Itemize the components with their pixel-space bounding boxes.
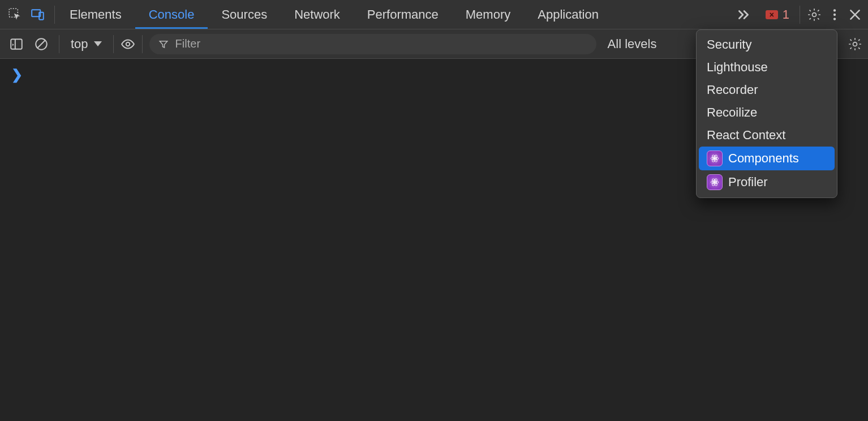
error-count-chip[interactable]: 1	[762, 7, 793, 22]
svg-point-4	[833, 9, 836, 11]
sidebar-toggle-icon[interactable]	[9, 37, 24, 51]
log-levels-select[interactable]: All levels	[602, 37, 663, 51]
device-toolbar-icon[interactable]	[31, 7, 45, 22]
divider	[54, 6, 55, 24]
error-badge-icon	[766, 10, 778, 19]
tab-sources[interactable]: Sources	[208, 0, 281, 29]
tab-label: Performance	[367, 7, 439, 22]
tab-label: Console	[149, 7, 195, 22]
svg-point-3	[813, 12, 817, 16]
menu-item-label: React Context	[707, 128, 785, 143]
tab-application[interactable]: Application	[524, 0, 612, 29]
kebab-menu-icon[interactable]	[827, 7, 842, 22]
tab-label: Elements	[70, 7, 122, 22]
menu-item-label: Recorder	[707, 83, 758, 97]
menu-item-label: Components	[728, 151, 799, 166]
inspect-element-icon[interactable]	[8, 7, 23, 22]
tab-console[interactable]: Console	[135, 0, 208, 29]
menu-item-profiler[interactable]: Profiler	[699, 170, 835, 194]
execution-context-select[interactable]: top	[66, 37, 106, 51]
menu-item-lighthouse[interactable]: Lighthouse	[699, 56, 835, 79]
svg-point-10	[853, 42, 857, 46]
chevron-double-right-icon	[736, 7, 751, 22]
svg-point-11	[714, 158, 716, 160]
tab-memory[interactable]: Memory	[452, 0, 524, 29]
tab-label: Memory	[466, 7, 510, 22]
tab-network[interactable]: Network	[281, 0, 354, 29]
filter-funnel-icon	[158, 39, 169, 49]
react-logo-icon	[707, 151, 723, 166]
tabbar-right-tools: 1	[728, 6, 865, 24]
menu-item-recoilize[interactable]: Recoilize	[699, 101, 835, 124]
tab-label: Network	[294, 7, 340, 22]
error-count: 1	[783, 7, 789, 22]
tabbar-left-tools	[3, 7, 53, 22]
console-prompt-icon: ❯	[11, 67, 23, 83]
react-logo-icon	[707, 174, 723, 190]
more-tabs-button[interactable]	[731, 7, 757, 22]
tab-performance[interactable]: Performance	[354, 0, 452, 29]
menu-item-recorder[interactable]: Recorder	[699, 79, 835, 101]
execution-context-label: top	[71, 37, 88, 51]
svg-point-6	[833, 18, 836, 20]
menu-item-react-context[interactable]: React Context	[699, 124, 835, 147]
svg-rect-2	[39, 12, 44, 19]
log-levels-label: All levels	[608, 37, 657, 51]
live-expression-eye-icon[interactable]	[121, 37, 135, 51]
console-filter-input[interactable]	[175, 37, 587, 50]
divider	[800, 6, 800, 24]
close-icon[interactable]	[848, 7, 862, 22]
menu-item-components[interactable]: Components	[699, 147, 835, 170]
tab-elements[interactable]: Elements	[56, 0, 135, 29]
tab-label: Sources	[221, 7, 267, 22]
menu-item-label: Recoilize	[707, 105, 757, 120]
svg-point-5	[833, 13, 836, 15]
menu-item-security[interactable]: Security	[699, 33, 835, 56]
settings-gear-icon[interactable]	[807, 7, 822, 22]
menu-item-label: Lighthouse	[707, 60, 768, 75]
menu-item-label: Security	[707, 37, 751, 52]
more-tabs-menu: Security Lighthouse Recorder Recoilize R…	[696, 29, 837, 198]
svg-point-9	[126, 42, 130, 46]
divider	[113, 35, 114, 53]
divider	[59, 35, 59, 53]
tabs-container: Elements Console Sources Network Perform…	[56, 0, 612, 29]
devtools-tabbar: Elements Console Sources Network Perform…	[0, 0, 868, 29]
caret-down-icon	[94, 41, 102, 46]
console-filter-field[interactable]	[149, 34, 596, 54]
svg-point-15	[714, 182, 716, 183]
console-left-tools	[6, 37, 52, 51]
tab-label: Application	[538, 7, 599, 22]
menu-item-label: Profiler	[728, 175, 768, 190]
console-settings-gear-icon[interactable]	[848, 37, 862, 51]
clear-console-icon[interactable]	[34, 37, 49, 51]
divider	[142, 35, 143, 53]
